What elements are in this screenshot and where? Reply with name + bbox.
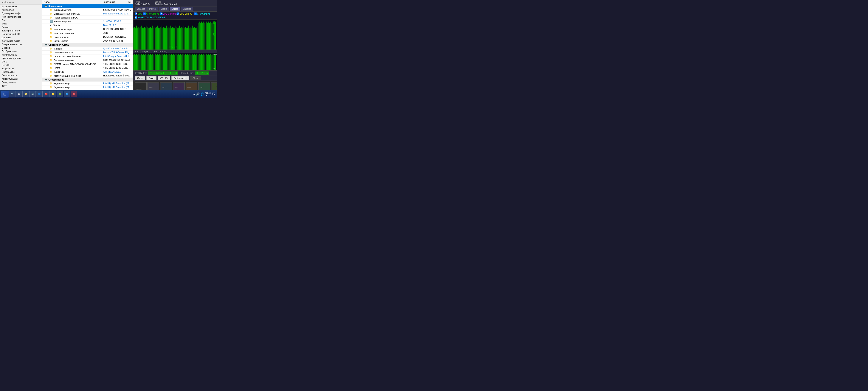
network-icon[interactable]: 🌐 <box>200 92 204 96</box>
svg-rect-9 <box>141 27 141 50</box>
svg-rect-5 <box>137 28 137 50</box>
field-text-12: Системная плата <box>54 51 73 54</box>
data-row-11[interactable]: 📁Тип ЦПQuadCore Intel Core i5-2300, 3000… <box>42 47 133 51</box>
sidebar-item-6[interactable]: Разгон <box>0 25 42 29</box>
data-row-19[interactable]: 💻Отображение <box>42 78 133 82</box>
data-row-9[interactable]: 📁Дата / Время2024-04-21 / 13:43 <box>42 39 133 43</box>
taskbar-app1[interactable]: 💻 <box>29 91 36 97</box>
taskbar-search[interactable]: 🔍 <box>9 91 16 97</box>
data-row-3[interactable]: 📁Пакет обновления ОС- <box>42 16 133 20</box>
cpuid-button[interactable]: CPUID <box>158 76 170 80</box>
sidebar-item-17[interactable]: DirectX <box>0 63 42 67</box>
sidebar-item-21[interactable]: Конфигурация <box>0 77 42 81</box>
svg-rect-15 <box>146 26 146 50</box>
data-row-12[interactable]: 📁Системная платаLenovo ThinkCentre Edge7… <box>42 51 133 55</box>
save-button[interactable]: Save <box>146 76 156 80</box>
field-value-2: Microsoft Windows 10 Enterprise 2016 LTS… <box>102 12 133 15</box>
sidebar-item-11[interactable]: Операционная сист... <box>0 42 42 46</box>
sidebar-item-7[interactable]: Электропитание <box>0 29 42 32</box>
svg-rect-124 <box>155 54 156 70</box>
sidebar-item-15[interactable]: Хранение данных <box>0 56 42 60</box>
data-row-15[interactable]: 📁DIMM1: Nanya NT4GC64B8HG0NF-CG4 ГБ DDR3… <box>42 62 133 66</box>
app2-icon: 🔵 <box>38 93 41 95</box>
taskbar-app5[interactable]: 🟢 <box>57 91 63 97</box>
sidebar-item-9[interactable]: Датчики <box>0 36 42 39</box>
cpu-checkbox-core3[interactable]: CPU Core #3 <box>177 12 192 15</box>
sidebar-item-1[interactable]: Компьютер <box>0 8 42 11</box>
tab-statistics[interactable]: Statistics <box>181 7 193 11</box>
sidebar-item-18[interactable]: Устройства <box>0 67 42 70</box>
field-text-9: Дата / Время <box>54 40 68 42</box>
sidebar-item-20[interactable]: Безопасность <box>0 73 42 77</box>
usage-graph: 100% 0% <box>133 53 217 70</box>
scroll-up-arrow[interactable]: ▲ <box>128 1 131 3</box>
sidebar-item-5[interactable]: IPMI <box>0 22 42 25</box>
taskbar-right: ▲ 🔊 🌐 13:49 РУС 🗨 <box>193 92 216 96</box>
data-row-7[interactable]: 📁Имя пользователяJOB <box>42 31 133 35</box>
svg-text:63: 63 <box>213 21 215 25</box>
data-row-10[interactable]: 💻Системная плата <box>42 43 133 47</box>
system-tray-up-arrow[interactable]: ▲ <box>193 93 195 95</box>
data-row-16[interactable]: 📁DIMM3:4 ГБ DDR3-1333 DDR3 SDRAM (9-9-24… <box>42 66 133 70</box>
tab-powers[interactable]: Powers <box>147 7 158 11</box>
data-row-8[interactable]: 📁Вход в доменDESKTOP-QQ3NTLD <box>42 35 133 39</box>
data-row-21[interactable]: 📁ВидеоадаптерIntel(R) HD Graphics (2172 … <box>42 86 133 89</box>
data-row-13[interactable]: 📁Чипсет системной платыIntel Cougar Poin… <box>42 55 133 58</box>
sidebar-item-14[interactable]: Мультимедиа <box>0 53 42 56</box>
data-row-0[interactable]: 💻Компьютер <box>42 4 133 8</box>
preferences-button[interactable]: Preferences <box>172 76 189 80</box>
taskbar-clock[interactable]: 13:49 РУС <box>205 92 211 96</box>
field-value-12: Lenovo ThinkCentre Edge71 <box>102 51 133 54</box>
cpu-checkbox-cpu[interactable]: CPU <box>135 12 142 15</box>
cpu-checkbox-core1[interactable]: CPU Core #1 <box>143 12 159 15</box>
data-row-20[interactable]: 📁ВидеоадаптерIntel(R) HD Graphics (2172 … <box>42 82 133 86</box>
clear-button[interactable]: Clear <box>135 76 145 80</box>
taskbar-app3[interactable]: 🔴 <box>43 91 50 97</box>
sidebar-item-3[interactable]: Имя компьютера: <box>0 15 42 19</box>
cpu-checkbox-kingston[interactable]: KINGSTON SA400S37120G <box>135 16 165 19</box>
sidebar-item-2[interactable]: Суммарная инфо <box>0 11 42 15</box>
start-button[interactable]: ⊞ <box>1 91 9 97</box>
sidebar-item-4[interactable]: DMI <box>0 19 42 22</box>
taskbar-aida64[interactable]: 64 <box>71 91 77 97</box>
sidebar-item-23[interactable]: Тест <box>0 84 42 87</box>
taskbar-taskview[interactable]: 🖥 <box>16 91 22 97</box>
svg-rect-166 <box>192 54 193 70</box>
data-row-5[interactable]: ✕DirectXDirectX 12.0 <box>42 24 133 27</box>
sidebar-item-19[interactable]: Программы <box>0 70 42 73</box>
data-row-18[interactable]: 📁Коммуникационный портПоследовательный п… <box>42 74 133 78</box>
sidebar-item-13[interactable]: Отображение <box>0 50 42 53</box>
data-row-17[interactable]: 📁Тип BIOSAMI (10/26/2011) <box>42 70 133 74</box>
tab-clocks[interactable]: Clocks <box>159 7 169 11</box>
cpu-throttle-title: CPU Throttling <box>152 50 167 53</box>
taskbar-app4[interactable]: 🟡 <box>50 91 56 97</box>
data-row-6[interactable]: 📁Имя компьютераDESKTOP-QQ3NTLD <box>42 27 133 31</box>
taskbar-app2[interactable]: 🔵 <box>36 91 42 97</box>
tab-unified[interactable]: Unified <box>169 7 180 11</box>
sidebar-item-22[interactable]: База данных <box>0 81 42 84</box>
data-row-1[interactable]: 📁Тип компьютераКомпьютер с ACPI на базе … <box>42 8 133 12</box>
data-row-4[interactable]: ℹ️Internet Explorer11.4350.14393.0 <box>42 20 133 24</box>
svg-rect-132 <box>162 54 163 70</box>
speaker-icon[interactable]: 🔊 <box>196 92 199 96</box>
notification-icon[interactable]: 🗨 <box>212 92 215 96</box>
data-row-14[interactable]: 📁Системная память8040 МБ (DDR3 SDRAM) <box>42 58 133 62</box>
svg-text:0%: 0% <box>213 68 216 70</box>
sidebar-item-16[interactable]: Сеть <box>0 60 42 63</box>
sidebar-item-10[interactable]: системная плата <box>0 39 42 42</box>
field-text-2: Операционная система <box>54 12 80 15</box>
field-value-15: 4 ГБ DDR3-1333 DDR3 SDRAM (9-9-24 @ 666 … <box>102 62 133 66</box>
sidebar-item-12[interactable]: Сервер <box>0 46 42 50</box>
tab-voltages[interactable]: Voltages <box>135 7 147 11</box>
taskbar-files[interactable]: 📁 <box>22 91 29 97</box>
sidebar-item-0[interactable]: 64 v6.00.5100 <box>0 5 42 8</box>
cpu-checkbox-core4[interactable]: CPU Core #4 <box>194 12 210 15</box>
sidebar-item-8[interactable]: Портативный ПК <box>0 32 42 36</box>
field-name-14: 📁Системная память <box>42 58 102 62</box>
close-button[interactable]: Close <box>190 76 201 80</box>
data-row-2[interactable]: 📁Операционная системаMicrosoft Windows 1… <box>42 12 133 16</box>
field-text-10: Системная плата <box>49 43 69 46</box>
svg-rect-74 <box>197 22 198 50</box>
cpu-checkbox-core2[interactable]: CPU Core #2 <box>160 12 176 15</box>
taskbar-app6[interactable]: 🔷 <box>64 91 70 97</box>
